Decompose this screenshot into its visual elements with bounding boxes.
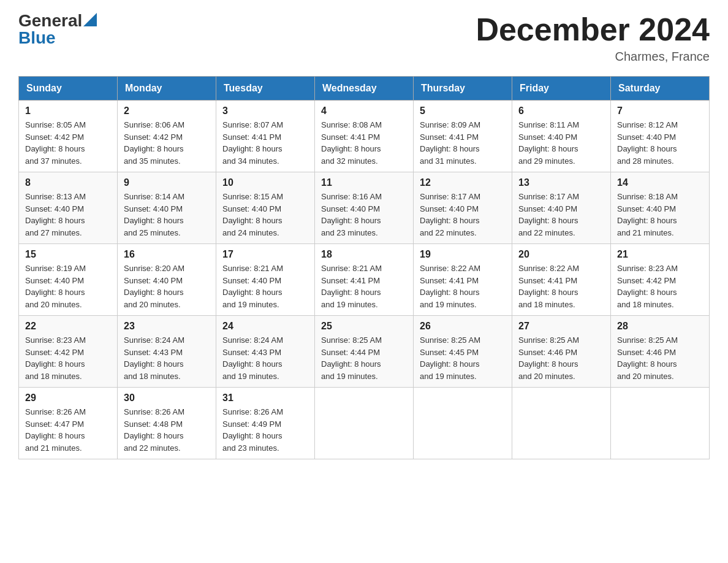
day-info: Sunrise: 8:14 AM Sunset: 4:40 PM Dayligh… [124, 191, 210, 239]
header-wednesday: Wednesday [315, 77, 414, 101]
calendar-cell: 20 Sunrise: 8:22 AM Sunset: 4:41 PM Dayl… [512, 244, 611, 316]
title-section: December 2024 Charmes, France [476, 12, 710, 64]
day-info: Sunrise: 8:09 AM Sunset: 4:41 PM Dayligh… [420, 119, 506, 167]
week-row-3: 15 Sunrise: 8:19 AM Sunset: 4:40 PM Dayl… [19, 244, 710, 316]
day-number: 6 [518, 105, 604, 117]
day-info: Sunrise: 8:25 AM Sunset: 4:46 PM Dayligh… [518, 334, 604, 382]
day-number: 28 [617, 321, 703, 332]
header-tuesday: Tuesday [216, 77, 315, 101]
header-sunday: Sunday [19, 77, 118, 101]
day-number: 23 [124, 321, 210, 332]
month-title: December 2024 [476, 12, 710, 47]
day-number: 24 [222, 321, 308, 332]
day-info: Sunrise: 8:20 AM Sunset: 4:40 PM Dayligh… [124, 262, 210, 310]
day-info: Sunrise: 8:13 AM Sunset: 4:40 PM Dayligh… [25, 191, 111, 239]
calendar-cell: 11 Sunrise: 8:16 AM Sunset: 4:40 PM Dayl… [315, 172, 414, 244]
calendar-cell: 18 Sunrise: 8:21 AM Sunset: 4:41 PM Dayl… [315, 244, 414, 316]
day-number: 17 [222, 249, 308, 260]
calendar-cell: 9 Sunrise: 8:14 AM Sunset: 4:40 PM Dayli… [118, 172, 216, 244]
calendar-cell: 8 Sunrise: 8:13 AM Sunset: 4:40 PM Dayli… [19, 172, 118, 244]
header-saturday: Saturday [611, 77, 710, 101]
header-thursday: Thursday [414, 77, 512, 101]
day-info: Sunrise: 8:06 AM Sunset: 4:42 PM Dayligh… [124, 119, 210, 167]
calendar-cell: 12 Sunrise: 8:17 AM Sunset: 4:40 PM Dayl… [414, 172, 512, 244]
calendar-cell [611, 388, 710, 459]
day-number: 2 [124, 105, 210, 117]
calendar-cell: 19 Sunrise: 8:22 AM Sunset: 4:41 PM Dayl… [414, 244, 512, 316]
day-number: 14 [617, 177, 703, 188]
calendar-table: Sunday Monday Tuesday Wednesday Thursday… [18, 76, 710, 459]
calendar-cell: 25 Sunrise: 8:25 AM Sunset: 4:44 PM Dayl… [315, 316, 414, 388]
calendar-cell: 24 Sunrise: 8:24 AM Sunset: 4:43 PM Dayl… [216, 316, 315, 388]
calendar-cell: 5 Sunrise: 8:09 AM Sunset: 4:41 PM Dayli… [414, 101, 512, 172]
day-info: Sunrise: 8:25 AM Sunset: 4:45 PM Dayligh… [420, 334, 506, 382]
week-row-5: 29 Sunrise: 8:26 AM Sunset: 4:47 PM Dayl… [19, 388, 710, 459]
day-info: Sunrise: 8:22 AM Sunset: 4:41 PM Dayligh… [518, 262, 604, 310]
day-info: Sunrise: 8:08 AM Sunset: 4:41 PM Dayligh… [321, 119, 407, 167]
day-number: 15 [25, 249, 111, 260]
calendar-cell: 16 Sunrise: 8:20 AM Sunset: 4:40 PM Dayl… [118, 244, 216, 316]
day-number: 10 [222, 177, 308, 188]
week-row-2: 8 Sunrise: 8:13 AM Sunset: 4:40 PM Dayli… [19, 172, 710, 244]
day-info: Sunrise: 8:21 AM Sunset: 4:40 PM Dayligh… [222, 262, 308, 310]
calendar-cell: 22 Sunrise: 8:23 AM Sunset: 4:42 PM Dayl… [19, 316, 118, 388]
day-number: 18 [321, 249, 407, 260]
calendar-cell: 30 Sunrise: 8:26 AM Sunset: 4:48 PM Dayl… [118, 388, 216, 459]
day-info: Sunrise: 8:26 AM Sunset: 4:47 PM Dayligh… [25, 406, 111, 454]
day-info: Sunrise: 8:17 AM Sunset: 4:40 PM Dayligh… [420, 191, 506, 239]
logo-blue: Blue [18, 29, 56, 47]
day-number: 27 [518, 321, 604, 332]
day-info: Sunrise: 8:23 AM Sunset: 4:42 PM Dayligh… [25, 334, 111, 382]
day-info: Sunrise: 8:05 AM Sunset: 4:42 PM Dayligh… [25, 119, 111, 167]
week-row-4: 22 Sunrise: 8:23 AM Sunset: 4:42 PM Dayl… [19, 316, 710, 388]
calendar-cell: 3 Sunrise: 8:07 AM Sunset: 4:41 PM Dayli… [216, 101, 315, 172]
calendar-cell: 29 Sunrise: 8:26 AM Sunset: 4:47 PM Dayl… [19, 388, 118, 459]
day-number: 20 [518, 249, 604, 260]
calendar-cell: 15 Sunrise: 8:19 AM Sunset: 4:40 PM Dayl… [19, 244, 118, 316]
calendar-cell: 17 Sunrise: 8:21 AM Sunset: 4:40 PM Dayl… [216, 244, 315, 316]
day-number: 26 [420, 321, 506, 332]
day-number: 7 [617, 105, 703, 117]
day-number: 1 [25, 105, 111, 117]
day-number: 30 [124, 393, 210, 404]
calendar-cell: 27 Sunrise: 8:25 AM Sunset: 4:46 PM Dayl… [512, 316, 611, 388]
day-number: 13 [518, 177, 604, 188]
calendar-cell [414, 388, 512, 459]
logo-triangle-icon [83, 13, 97, 26]
day-number: 11 [321, 177, 407, 188]
day-info: Sunrise: 8:11 AM Sunset: 4:40 PM Dayligh… [518, 119, 604, 167]
calendar-header-row: Sunday Monday Tuesday Wednesday Thursday… [19, 77, 710, 101]
day-info: Sunrise: 8:19 AM Sunset: 4:40 PM Dayligh… [25, 262, 111, 310]
day-number: 25 [321, 321, 407, 332]
day-info: Sunrise: 8:16 AM Sunset: 4:40 PM Dayligh… [321, 191, 407, 239]
day-info: Sunrise: 8:22 AM Sunset: 4:41 PM Dayligh… [420, 262, 506, 310]
day-info: Sunrise: 8:07 AM Sunset: 4:41 PM Dayligh… [222, 119, 308, 167]
logo: General Blue [18, 12, 97, 47]
day-number: 8 [25, 177, 111, 188]
day-number: 21 [617, 249, 703, 260]
header-monday: Monday [118, 77, 216, 101]
day-info: Sunrise: 8:18 AM Sunset: 4:40 PM Dayligh… [617, 191, 703, 239]
calendar-cell: 10 Sunrise: 8:15 AM Sunset: 4:40 PM Dayl… [216, 172, 315, 244]
day-number: 16 [124, 249, 210, 260]
day-number: 3 [222, 105, 308, 117]
calendar-cell: 14 Sunrise: 8:18 AM Sunset: 4:40 PM Dayl… [611, 172, 710, 244]
day-info: Sunrise: 8:15 AM Sunset: 4:40 PM Dayligh… [222, 191, 308, 239]
svg-marker-0 [83, 13, 97, 26]
calendar-cell: 2 Sunrise: 8:06 AM Sunset: 4:42 PM Dayli… [118, 101, 216, 172]
day-info: Sunrise: 8:24 AM Sunset: 4:43 PM Dayligh… [222, 334, 308, 382]
logo-general: General [18, 12, 82, 29]
day-number: 12 [420, 177, 506, 188]
day-info: Sunrise: 8:17 AM Sunset: 4:40 PM Dayligh… [518, 191, 604, 239]
calendar-cell: 7 Sunrise: 8:12 AM Sunset: 4:40 PM Dayli… [611, 101, 710, 172]
location: Charmes, France [476, 50, 710, 64]
day-number: 5 [420, 105, 506, 117]
calendar-cell: 28 Sunrise: 8:25 AM Sunset: 4:46 PM Dayl… [611, 316, 710, 388]
calendar-cell: 21 Sunrise: 8:23 AM Sunset: 4:42 PM Dayl… [611, 244, 710, 316]
day-number: 22 [25, 321, 111, 332]
page-header: General Blue December 2024 Charmes, Fran… [18, 12, 710, 64]
day-number: 4 [321, 105, 407, 117]
day-info: Sunrise: 8:26 AM Sunset: 4:48 PM Dayligh… [124, 406, 210, 454]
day-info: Sunrise: 8:26 AM Sunset: 4:49 PM Dayligh… [222, 406, 308, 454]
day-number: 31 [222, 393, 308, 404]
